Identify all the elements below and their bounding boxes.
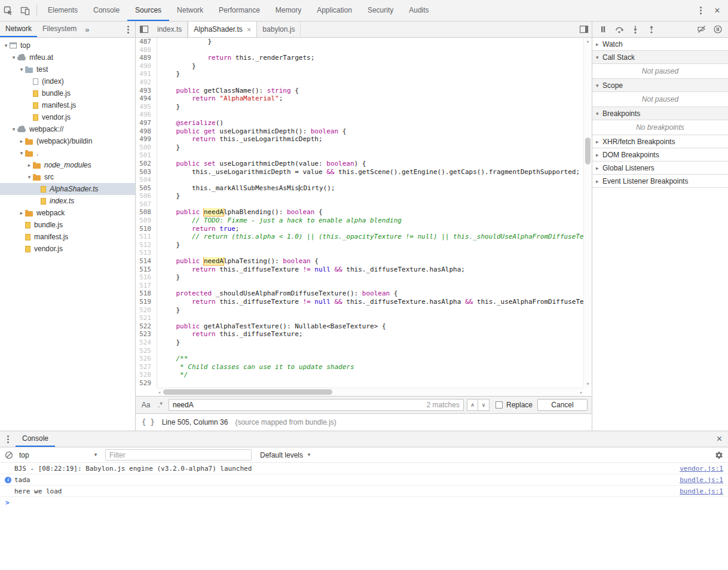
tree-item-manifest.js[interactable]: manifest.js	[0, 231, 135, 243]
context-selector[interactable]: top ▼	[19, 451, 98, 459]
show-debugger-icon[interactable]	[576, 22, 592, 37]
tab-overflow-chevron[interactable]: »	[82, 22, 92, 37]
navigator-tab-filesystem[interactable]: Filesystem	[37, 22, 82, 37]
line-number[interactable]: 510	[136, 225, 157, 233]
chevron-down-icon[interactable]: ▾	[26, 174, 33, 180]
line-number[interactable]: 519	[136, 298, 157, 306]
drawer-menu-icon[interactable]	[0, 431, 16, 447]
tree-item-bundle.js[interactable]: bundle.js	[0, 219, 135, 231]
line-number[interactable]: 491	[136, 70, 157, 78]
deactivate-breakpoints-button[interactable]	[693, 22, 709, 37]
tree-item-.[interactable]: ▾.	[0, 147, 135, 159]
chevron-right-icon[interactable]: ▸	[26, 162, 33, 168]
line-number[interactable]: 529	[136, 379, 157, 388]
line-number[interactable]: 499	[136, 135, 157, 144]
line-number[interactable]: 522	[136, 322, 157, 331]
line-number[interactable]: 521	[136, 314, 157, 322]
line-number[interactable]: 511	[136, 233, 157, 241]
console-settings-icon[interactable]	[715, 451, 723, 459]
line-number[interactable]: 526	[136, 355, 157, 363]
pause-script-button[interactable]	[595, 22, 611, 37]
tree-item-mfeu.at[interactable]: ▾mfeu.at	[0, 51, 135, 63]
line-number[interactable]: 490	[136, 62, 157, 71]
line-number[interactable]: 523	[136, 330, 157, 339]
tree-item-vendor.js[interactable]: vendor.js	[0, 111, 135, 123]
clear-console-icon[interactable]	[5, 451, 13, 459]
main-tab-memory[interactable]: Memory	[268, 0, 309, 21]
line-number[interactable]: 492	[136, 78, 157, 87]
main-tab-sources[interactable]: Sources	[127, 0, 169, 21]
tree-item-src[interactable]: ▾src	[0, 171, 135, 183]
line-number[interactable]: 505	[136, 184, 157, 193]
match-case-toggle[interactable]: Aa	[139, 401, 153, 409]
line-number[interactable]: 508	[136, 208, 157, 217]
line-number[interactable]: 501	[136, 151, 157, 160]
section-watch[interactable]: ▸Watch	[592, 38, 728, 51]
line-number[interactable]: 504	[136, 176, 157, 184]
line-number[interactable]: 489	[136, 54, 157, 62]
line-number[interactable]: 495	[136, 103, 157, 111]
section-scope[interactable]: ▾Scope	[592, 79, 728, 92]
pretty-print-icon[interactable]: { }	[142, 418, 155, 426]
chevron-down-icon[interactable]: ▾	[18, 150, 25, 156]
cancel-button[interactable]: Cancel	[537, 399, 588, 411]
navigator-more-icon[interactable]	[121, 22, 135, 37]
vertical-scrollbar[interactable]: ▲ ▼	[583, 38, 592, 388]
main-tab-application[interactable]: Application	[309, 0, 360, 21]
section-global-listeners[interactable]: ▸Global Listeners	[592, 161, 728, 175]
tree-item-bundle.js[interactable]: bundle.js	[0, 87, 135, 99]
tree-item-webpack-buildin[interactable]: ▸(webpack)/buildin	[0, 135, 135, 147]
main-tab-audits[interactable]: Audits	[401, 0, 436, 21]
main-tab-security[interactable]: Security	[360, 0, 401, 21]
line-number[interactable]: 513	[136, 249, 157, 257]
source-link[interactable]: bundle.js:1	[680, 487, 723, 495]
section-event-listener-breakpoints[interactable]: ▸Event Listener Breakpoints	[592, 175, 728, 188]
console-prompt[interactable]: >	[0, 497, 728, 508]
line-number[interactable]: 494	[136, 95, 157, 103]
tree-item-index[interactable]: (index)	[0, 75, 135, 87]
navigator-tab-network[interactable]: Network	[0, 22, 37, 37]
line-number[interactable]: 502	[136, 160, 157, 168]
search-previous-button[interactable]: ∧	[467, 399, 478, 411]
tree-item-index.ts[interactable]: index.ts	[0, 195, 135, 207]
editor-tab-alphashader.ts[interactable]: AlphaShader.ts×	[188, 22, 257, 37]
line-number[interactable]: 516	[136, 273, 157, 282]
tree-item-alphashader.ts[interactable]: AlphaShader.ts	[0, 183, 135, 195]
close-tab-icon[interactable]: ×	[247, 26, 252, 33]
tree-item-webpack[interactable]: ▾webpack://	[0, 123, 135, 135]
search-next-button[interactable]: ∨	[478, 399, 490, 411]
line-number[interactable]: 528	[136, 371, 157, 379]
section-xhr-fetch-breakpoints[interactable]: ▸XHR/fetch Breakpoints	[592, 135, 728, 148]
line-number[interactable]: 503	[136, 168, 157, 176]
chevron-down-icon[interactable]: ▾	[2, 42, 10, 48]
scroll-down-icon[interactable]: ▼	[584, 382, 592, 386]
chevron-right-icon[interactable]: ▸	[18, 210, 25, 216]
vertical-scrollbar-thumb[interactable]	[585, 138, 591, 164]
scroll-right-icon[interactable]: ▸	[580, 388, 582, 396]
console-filter-input[interactable]: Filter	[105, 449, 252, 461]
chevron-right-icon[interactable]: ▸	[18, 138, 25, 144]
line-number[interactable]: 507	[136, 200, 157, 209]
step-over-button[interactable]	[611, 22, 627, 37]
main-tab-console[interactable]: Console	[85, 0, 127, 21]
line-number[interactable]: 524	[136, 339, 157, 347]
tree-item-vendor.js[interactable]: vendor.js	[0, 243, 135, 255]
line-number[interactable]: 520	[136, 306, 157, 315]
line-number[interactable]: 498	[136, 127, 157, 136]
line-number[interactable]: 493	[136, 87, 157, 95]
horizontal-scrollbar[interactable]: ◂ ▸	[157, 388, 583, 396]
main-tab-elements[interactable]: Elements	[40, 0, 85, 21]
pause-on-exceptions-button[interactable]	[709, 22, 726, 37]
section-call-stack[interactable]: ▾Call Stack	[592, 51, 728, 64]
chevron-down-icon[interactable]: ▾	[10, 126, 17, 132]
more-options-icon[interactable]	[692, 10, 709, 11]
tab-console[interactable]: Console	[16, 431, 55, 447]
line-number[interactable]: 512	[136, 241, 157, 249]
line-number[interactable]: 487	[136, 38, 157, 46]
line-number[interactable]: 517	[136, 282, 157, 290]
main-tab-network[interactable]: Network	[169, 0, 211, 21]
tree-item-test[interactable]: ▾test	[0, 63, 135, 75]
section-breakpoints[interactable]: ▾Breakpoints	[592, 107, 728, 120]
regex-toggle[interactable]: .*	[153, 401, 167, 409]
editor-tab-babylon.js[interactable]: babylon.js	[257, 22, 301, 37]
